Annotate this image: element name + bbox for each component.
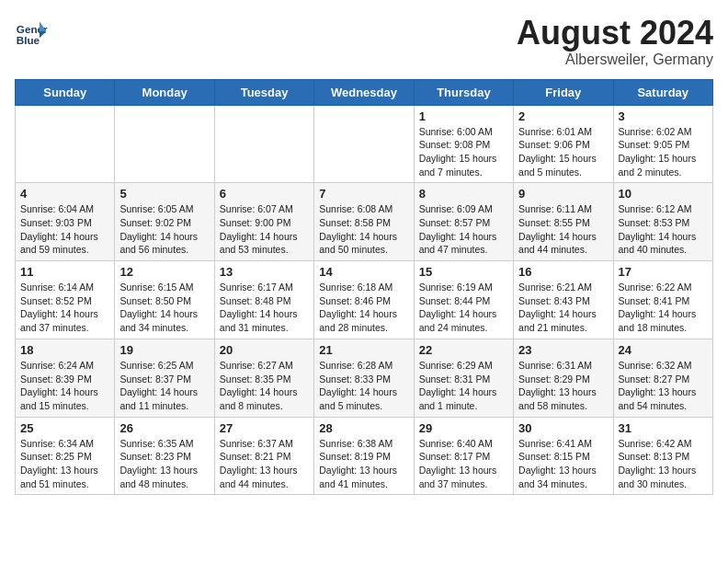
day-number: 16 [518,265,608,279]
day-info: Sunrise: 6:02 AM Sunset: 9:05 PM Dayligh… [619,125,708,179]
weekday-header-tuesday: Tuesday [214,79,313,105]
calendar-week-row: 18Sunrise: 6:24 AM Sunset: 8:39 PM Dayli… [16,339,713,417]
day-number: 4 [20,187,109,201]
month-year-title: August 2024 [517,15,713,52]
day-info: Sunrise: 6:12 AM Sunset: 8:53 PM Dayligh… [619,202,708,257]
day-number: 8 [419,187,508,201]
day-number: 29 [419,421,508,435]
day-info: Sunrise: 6:40 AM Sunset: 8:17 PM Dayligh… [419,437,508,491]
day-number: 18 [20,343,109,357]
day-number: 6 [220,187,309,201]
calendar-cell: 8Sunrise: 6:09 AM Sunset: 8:57 PM Daylig… [414,183,513,261]
calendar-week-row: 4Sunrise: 6:04 AM Sunset: 9:03 PM Daylig… [16,183,713,261]
title-area: August 2024 Albersweiler, Germany [517,15,713,68]
day-number: 3 [619,109,708,123]
day-info: Sunrise: 6:29 AM Sunset: 8:31 PM Dayligh… [419,359,508,413]
day-number: 31 [619,421,708,435]
day-number: 30 [518,421,608,435]
calendar-cell: 28Sunrise: 6:38 AM Sunset: 8:19 PM Dayli… [314,417,414,495]
calendar-cell: 19Sunrise: 6:25 AM Sunset: 8:37 PM Dayli… [115,339,214,417]
calendar-cell: 29Sunrise: 6:40 AM Sunset: 8:17 PM Dayli… [414,417,513,495]
day-number: 15 [419,265,508,279]
day-info: Sunrise: 6:34 AM Sunset: 8:25 PM Dayligh… [20,437,109,491]
calendar-cell: 9Sunrise: 6:11 AM Sunset: 8:55 PM Daylig… [514,183,613,261]
weekday-header-friday: Friday [514,79,613,105]
day-number: 25 [20,421,109,435]
day-number: 20 [220,343,309,357]
day-info: Sunrise: 6:32 AM Sunset: 8:27 PM Dayligh… [619,359,708,413]
calendar-cell: 14Sunrise: 6:18 AM Sunset: 8:46 PM Dayli… [314,261,414,339]
day-number: 2 [518,109,608,123]
calendar-cell: 3Sunrise: 6:02 AM Sunset: 9:05 PM Daylig… [613,105,712,183]
calendar-cell: 16Sunrise: 6:21 AM Sunset: 8:43 PM Dayli… [514,261,613,339]
day-info: Sunrise: 6:35 AM Sunset: 8:23 PM Dayligh… [119,437,209,491]
calendar-cell: 7Sunrise: 6:08 AM Sunset: 8:58 PM Daylig… [314,183,414,261]
day-info: Sunrise: 6:27 AM Sunset: 8:35 PM Dayligh… [220,359,309,413]
day-info: Sunrise: 6:18 AM Sunset: 8:46 PM Dayligh… [319,281,408,335]
weekday-header-saturday: Saturday [613,79,712,105]
day-number: 23 [518,343,608,357]
day-number: 22 [419,343,508,357]
day-number: 11 [20,265,109,279]
weekday-header-monday: Monday [115,79,214,105]
day-number: 27 [220,421,309,435]
svg-text:Blue: Blue [17,34,40,46]
calendar-cell: 2Sunrise: 6:01 AM Sunset: 9:06 PM Daylig… [514,105,613,183]
calendar-cell: 5Sunrise: 6:05 AM Sunset: 9:02 PM Daylig… [115,183,214,261]
day-number: 13 [220,265,309,279]
day-number: 1 [419,109,508,123]
day-number: 14 [319,265,408,279]
calendar-cell [115,105,214,183]
day-info: Sunrise: 6:07 AM Sunset: 9:00 PM Dayligh… [220,202,309,257]
calendar-cell: 23Sunrise: 6:31 AM Sunset: 8:29 PM Dayli… [514,339,613,417]
calendar-cell: 30Sunrise: 6:41 AM Sunset: 8:15 PM Dayli… [514,417,613,495]
day-info: Sunrise: 6:41 AM Sunset: 8:15 PM Dayligh… [518,437,608,491]
calendar-cell: 22Sunrise: 6:29 AM Sunset: 8:31 PM Dayli… [414,339,513,417]
calendar-cell: 27Sunrise: 6:37 AM Sunset: 8:21 PM Dayli… [214,417,313,495]
day-number: 7 [319,187,408,201]
day-info: Sunrise: 6:14 AM Sunset: 8:52 PM Dayligh… [20,281,109,335]
day-info: Sunrise: 6:28 AM Sunset: 8:33 PM Dayligh… [319,359,408,413]
weekday-header-wednesday: Wednesday [314,79,414,105]
calendar-cell: 6Sunrise: 6:07 AM Sunset: 9:00 PM Daylig… [214,183,313,261]
location-subtitle: Albersweiler, Germany [517,52,713,68]
calendar-week-row: 25Sunrise: 6:34 AM Sunset: 8:25 PM Dayli… [16,417,713,495]
page-header: General Blue August 2024 Albersweiler, G… [15,15,713,68]
day-info: Sunrise: 6:09 AM Sunset: 8:57 PM Dayligh… [419,202,508,257]
calendar-cell: 11Sunrise: 6:14 AM Sunset: 8:52 PM Dayli… [16,261,115,339]
day-info: Sunrise: 6:42 AM Sunset: 8:13 PM Dayligh… [619,437,708,491]
calendar-cell: 20Sunrise: 6:27 AM Sunset: 8:35 PM Dayli… [214,339,313,417]
calendar-cell: 15Sunrise: 6:19 AM Sunset: 8:44 PM Dayli… [414,261,513,339]
calendar-cell: 1Sunrise: 6:00 AM Sunset: 9:08 PM Daylig… [414,105,513,183]
day-number: 10 [619,187,708,201]
calendar-week-row: 1Sunrise: 6:00 AM Sunset: 9:08 PM Daylig… [16,105,713,183]
day-info: Sunrise: 6:11 AM Sunset: 8:55 PM Dayligh… [518,202,608,257]
day-number: 28 [319,421,408,435]
calendar-cell: 25Sunrise: 6:34 AM Sunset: 8:25 PM Dayli… [16,417,115,495]
day-info: Sunrise: 6:00 AM Sunset: 9:08 PM Dayligh… [419,125,508,179]
calendar-cell: 26Sunrise: 6:35 AM Sunset: 8:23 PM Dayli… [115,417,214,495]
day-info: Sunrise: 6:15 AM Sunset: 8:50 PM Dayligh… [119,281,209,335]
day-info: Sunrise: 6:17 AM Sunset: 8:48 PM Dayligh… [220,281,309,335]
day-info: Sunrise: 6:25 AM Sunset: 8:37 PM Dayligh… [119,359,209,413]
calendar-cell: 10Sunrise: 6:12 AM Sunset: 8:53 PM Dayli… [613,183,712,261]
day-info: Sunrise: 6:21 AM Sunset: 8:43 PM Dayligh… [518,281,608,335]
day-number: 19 [119,343,209,357]
day-number: 26 [119,421,209,435]
day-info: Sunrise: 6:22 AM Sunset: 8:41 PM Dayligh… [619,281,708,335]
day-info: Sunrise: 6:37 AM Sunset: 8:21 PM Dayligh… [220,437,309,491]
day-number: 9 [518,187,608,201]
calendar-week-row: 11Sunrise: 6:14 AM Sunset: 8:52 PM Dayli… [16,261,713,339]
day-info: Sunrise: 6:31 AM Sunset: 8:29 PM Dayligh… [518,359,608,413]
calendar-cell: 31Sunrise: 6:42 AM Sunset: 8:13 PM Dayli… [613,417,712,495]
calendar-cell: 12Sunrise: 6:15 AM Sunset: 8:50 PM Dayli… [115,261,214,339]
day-info: Sunrise: 6:08 AM Sunset: 8:58 PM Dayligh… [319,202,408,257]
day-number: 12 [119,265,209,279]
day-info: Sunrise: 6:19 AM Sunset: 8:44 PM Dayligh… [419,281,508,335]
calendar-cell: 17Sunrise: 6:22 AM Sunset: 8:41 PM Dayli… [613,261,712,339]
day-number: 24 [619,343,708,357]
calendar-cell: 21Sunrise: 6:28 AM Sunset: 8:33 PM Dayli… [314,339,414,417]
calendar-cell: 4Sunrise: 6:04 AM Sunset: 9:03 PM Daylig… [16,183,115,261]
weekday-header-row: SundayMondayTuesdayWednesdayThursdayFrid… [16,79,713,105]
day-number: 21 [319,343,408,357]
